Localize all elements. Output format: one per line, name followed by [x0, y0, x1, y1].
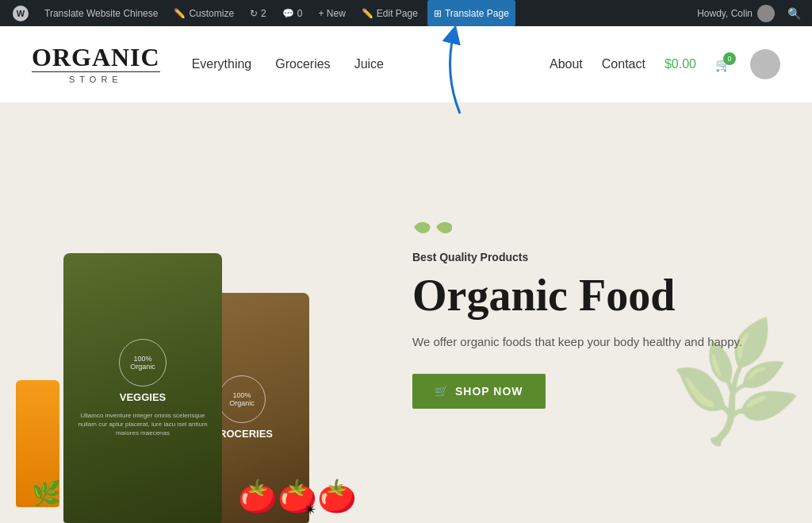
shop-cart-icon: 🛒 — [435, 385, 449, 398]
new-button[interactable]: + New — [312, 0, 351, 26]
nav-juice[interactable]: Juice — [354, 57, 384, 71]
nav-about[interactable]: About — [550, 57, 583, 71]
bag-green-emblem: 100% Organic — [119, 339, 167, 386]
bag-green: 100% Organic VEGGIES Ullamco inventure i… — [63, 253, 222, 523]
nav-right: About Contact $0.00 🛒 0 — [550, 49, 780, 79]
bag-brown-emblem: 100% Organic — [218, 375, 266, 423]
cart-price: $0.00 — [665, 57, 696, 71]
admin-search-icon[interactable]: 🔍 — [783, 7, 806, 20]
translate-icon: ⊞ — [434, 8, 442, 19]
translate-page-button[interactable]: ⊞ Translate Page — [427, 0, 515, 26]
hero-title: Organic Food — [412, 271, 764, 321]
revisions-icon: ↻ — [250, 8, 258, 19]
bag-brown-label2: Organic — [229, 399, 255, 407]
comments-icon: 💬 — [282, 8, 294, 19]
edit-page-button[interactable]: ✏️ Edit Page — [355, 0, 424, 26]
revisions-button[interactable]: ↻ 2 — [243, 0, 273, 26]
cart-button[interactable]: 🛒 0 — [715, 57, 731, 72]
admin-bar: W Translate Website Chinese ✏️ Customize… — [0, 0, 812, 26]
user-avatar[interactable] — [750, 49, 780, 79]
nav-everything[interactable]: Everything — [192, 57, 252, 71]
hero-tagline: Best Quality Products — [412, 251, 764, 263]
hero-leaf-icon — [412, 217, 764, 241]
howdy-label: Howdy, Colin — [691, 5, 781, 22]
nav-groceries[interactable]: Groceries — [275, 57, 330, 71]
spices-decoration: ✴ — [304, 500, 317, 519]
user-avatar-small — [757, 5, 775, 22]
customize-button[interactable]: ✏️ Customize — [167, 0, 240, 26]
shop-now-button[interactable]: 🛒 SHOP NOW — [412, 374, 546, 409]
shop-btn-label: SHOP NOW — [455, 385, 523, 398]
nav-contact[interactable]: Contact — [602, 57, 645, 71]
hero-description: We offer organic foods that keep your bo… — [412, 333, 764, 352]
bag-brown-label1: 100% — [232, 391, 251, 399]
basil-decoration: 🌿 — [32, 479, 61, 507]
admin-bar-right: Howdy, Colin 🔍 — [691, 5, 806, 22]
bag-green-label1: 100% — [133, 355, 151, 363]
comments-button[interactable]: 💬 0 — [276, 0, 309, 26]
site-name-button[interactable]: Translate Website Chinese — [38, 0, 164, 26]
tomatoes-decoration: 🍅🍅🍅 — [238, 478, 357, 515]
site-name-label: Translate Website Chinese — [44, 8, 158, 19]
bag-green-label2: Organic — [130, 363, 155, 371]
cart-badge: 0 — [723, 52, 736, 65]
logo-organic-text: ORGANIC — [32, 44, 160, 70]
edit-icon: ✏️ — [362, 8, 373, 19]
bag-green-name: VEGGIES — [120, 391, 167, 405]
logo[interactable]: ORGANIC STORE — [32, 44, 160, 84]
bag-green-desc: Ullamco inventure integer omnis sceleris… — [71, 411, 214, 438]
customize-icon: ✏️ — [174, 8, 186, 19]
wp-logo-button[interactable]: W — [6, 0, 35, 26]
logo-store-text: STORE — [32, 71, 160, 84]
wp-icon: W — [13, 6, 29, 21]
hero-products: 100% Organic VEGGIES Ullamco inventure i… — [0, 103, 381, 523]
hero-section: 100% Organic VEGGIES Ullamco inventure i… — [0, 103, 812, 523]
nav-links: Everything Groceries Juice — [192, 57, 550, 71]
nav-bar: ORGANIC STORE Everything Groceries Juice… — [0, 26, 812, 103]
hero-content: Best Quality Products Organic Food We of… — [381, 202, 812, 424]
